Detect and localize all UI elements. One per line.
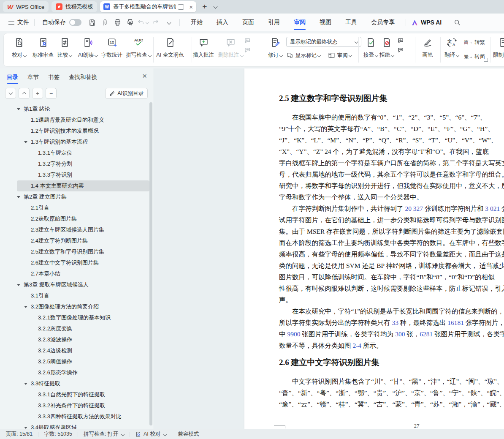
menu-tab[interactable]: 页面 bbox=[242, 14, 254, 31]
undo-button[interactable] bbox=[136, 17, 149, 28]
toc-item[interactable]: 3.2.4边缘检测 bbox=[17, 345, 149, 356]
redo-button[interactable] bbox=[149, 17, 162, 28]
toc-item[interactable]: 3.1引言 bbox=[17, 290, 149, 301]
insert-comment-button[interactable]: 插入批注 bbox=[190, 37, 217, 59]
file-menu[interactable]: 文件 bbox=[17, 19, 29, 26]
toc-item[interactable]: 3.2.2灰度变换 bbox=[17, 323, 149, 334]
tab-wps-office[interactable]: W WPS Office bbox=[3, 1, 49, 12]
next-change-icon[interactable] bbox=[398, 47, 404, 53]
previous-comment-icon[interactable] bbox=[244, 38, 251, 44]
menu-tab[interactable]: 引用 bbox=[268, 14, 280, 31]
toc-item[interactable]: 2.7本章小结 bbox=[17, 268, 149, 279]
toc-item[interactable]: 1.3.1车牌定位 bbox=[17, 147, 149, 158]
menu-tab[interactable]: 插入 bbox=[217, 14, 228, 31]
close-tab-icon[interactable]: × bbox=[189, 4, 193, 10]
ai-proofread-status[interactable]: AI 校对 bbox=[135, 431, 166, 438]
spellcheck-status[interactable]: 拼写检查: 打开 bbox=[84, 431, 124, 438]
sidebar-scrollbar[interactable] bbox=[149, 102, 152, 425]
toc-item[interactable]: 2.4建立字符判断图片集 bbox=[17, 235, 149, 246]
word-count-button[interactable]: 12 字数统计 bbox=[98, 37, 125, 59]
tab-document[interactable]: W 基于多模型融合的车牌智能识 × bbox=[100, 1, 196, 12]
ai-read-aloud-button[interactable]: AI朗读 bbox=[74, 37, 101, 59]
print-preview-button[interactable] bbox=[124, 17, 136, 28]
toc-item[interactable]: 3.2.3滤波操作 bbox=[17, 334, 149, 345]
toc-item[interactable]: 2.5建立数字和字母识别图片集 bbox=[17, 246, 149, 257]
menu-tab[interactable]: 开始 bbox=[191, 14, 203, 31]
zoom-out-button[interactable]: − bbox=[46, 88, 57, 99]
toc-item[interactable]: 3.2.1数字图像处理的基本知识 bbox=[17, 312, 149, 323]
toc-expander-icon[interactable] bbox=[24, 141, 31, 143]
menu-tab[interactable]: 审阅 bbox=[294, 14, 306, 31]
tab-bookmarks[interactable]: 书签 bbox=[48, 74, 60, 85]
menu-tab[interactable]: 工具 bbox=[345, 14, 357, 31]
close-pane-icon[interactable]: × bbox=[142, 72, 147, 80]
toc-expander-icon[interactable] bbox=[24, 427, 31, 429]
to-traditional-button[interactable]: 简→ 转繁 bbox=[464, 37, 485, 47]
toc-expander-icon[interactable] bbox=[24, 306, 31, 308]
toc-item[interactable]: 3.3.2补光条件下的特征提取 bbox=[17, 400, 149, 411]
next-comment-icon[interactable] bbox=[244, 47, 251, 53]
toc-expander-icon[interactable] bbox=[24, 383, 31, 385]
menu-tab[interactable]: 会员专享 bbox=[371, 14, 395, 31]
toc-item[interactable]: 3.2.6形态学操作 bbox=[17, 367, 149, 378]
reject-change-button[interactable]: 拒绝 bbox=[373, 37, 400, 59]
ai-polish-button[interactable]: AI 全文润色 bbox=[151, 37, 189, 59]
quick-toolbar-chevron-icon[interactable] bbox=[162, 17, 174, 28]
toc-item[interactable]: 2.2获取原始图片集 bbox=[17, 213, 149, 224]
zoom-in-button[interactable]: + bbox=[32, 88, 43, 99]
word-count-indicator[interactable]: 字数: 51035 bbox=[44, 431, 72, 438]
search-icon[interactable] bbox=[451, 17, 463, 28]
hamburger-menu-icon[interactable] bbox=[8, 20, 14, 25]
expand-group-icon[interactable] bbox=[484, 58, 488, 62]
new-tab-button[interactable]: + bbox=[202, 2, 207, 11]
toc-item[interactable]: 1.2车牌识别技术的发展概况 bbox=[17, 125, 149, 136]
toc-item[interactable]: 2.6建立中文字符识别图片集 bbox=[17, 257, 149, 268]
toc-item[interactable]: 2.3建立车牌区域候选人图片集 bbox=[17, 224, 149, 235]
markup-state-select[interactable]: 显示标记的最终状态 bbox=[286, 37, 361, 47]
toc-item[interactable]: 1.1课题背景及研究目的和意义 bbox=[17, 115, 149, 125]
toc-item[interactable]: 第1章 绪论 bbox=[17, 104, 149, 115]
toc-item[interactable]: 2.1引言 bbox=[17, 202, 149, 213]
tab-contents[interactable]: 目录 bbox=[7, 74, 18, 85]
review-pane-button[interactable]: 审阅 bbox=[328, 50, 352, 60]
track-changes-button[interactable]: 修订 bbox=[262, 37, 289, 59]
tab-find-replace[interactable]: 查找和替换 bbox=[69, 74, 98, 85]
toc-item[interactable]: 1.4 本文主要研究内容 bbox=[17, 180, 149, 191]
toc-item[interactable]: 第2章 建立图片集 bbox=[17, 191, 149, 202]
to-simplified-button[interactable]: 繁→ 转简 bbox=[464, 52, 485, 62]
print-button[interactable] bbox=[111, 17, 124, 28]
export-pdf-button[interactable] bbox=[98, 17, 111, 28]
collapse-all-button[interactable] bbox=[5, 88, 16, 99]
toc-item[interactable]: 第3章 提取车牌区域候选人 bbox=[17, 279, 149, 290]
toc-item[interactable]: 3.3.3四种特征提取方法的效果对比 bbox=[17, 411, 149, 422]
ai-recognize-toc-button[interactable]: AI识别目录 bbox=[105, 88, 148, 99]
wps-ai-button[interactable]: WPS AI bbox=[411, 19, 442, 26]
expand-all-button[interactable] bbox=[19, 88, 30, 99]
spell-check-button[interactable]: ABC 拼写检查 bbox=[125, 37, 152, 59]
translate-button[interactable]: 文A 翻译 bbox=[438, 37, 465, 59]
tab-list-chevron-icon[interactable] bbox=[212, 3, 217, 11]
save-button[interactable] bbox=[86, 17, 98, 28]
autosave-toggle[interactable] bbox=[69, 19, 81, 26]
tab-docer-templates[interactable]: 找稻壳模板 bbox=[51, 1, 97, 12]
show-markup-button[interactable]: 显示标记 bbox=[286, 50, 320, 60]
toc-expander-icon[interactable] bbox=[17, 196, 24, 198]
toc-item[interactable]: 3.2图像处理方法的简要介绍 bbox=[17, 301, 149, 312]
toc-item[interactable]: 3.3.1自然光照下的特征提取 bbox=[17, 389, 149, 400]
toc-item[interactable]: 3.3特征提取 bbox=[17, 378, 149, 389]
menu-tab[interactable]: 视图 bbox=[320, 14, 331, 31]
toc-expander-icon[interactable] bbox=[17, 108, 24, 110]
restrict-editing-button[interactable]: 限制编辑 bbox=[489, 37, 504, 59]
ink-brush-button[interactable]: 画笔 bbox=[414, 37, 441, 59]
toc-item[interactable]: 1.3.3字符识别 bbox=[17, 169, 149, 180]
toc-item[interactable]: 3.2.5阈值操作 bbox=[17, 356, 149, 367]
toc-item[interactable]: 3.4提取感兴趣区域 bbox=[17, 422, 149, 429]
toc-item[interactable]: 1.3车牌识别的基本流程 bbox=[17, 136, 149, 147]
delete-comment-button[interactable]: 删除批注 bbox=[217, 37, 244, 59]
proofread-button[interactable]: 校对 bbox=[5, 37, 33, 59]
document-page[interactable]: 2.5 建立数字和字母识别图片集 在我国车牌中的使用的数字有“0”、“1”、“2… bbox=[244, 68, 504, 429]
tab-chapters[interactable]: 章节 bbox=[27, 74, 39, 85]
previous-change-icon[interactable] bbox=[398, 38, 404, 44]
page-indicator[interactable]: 页面: 15/81 bbox=[6, 431, 33, 438]
toc-item[interactable]: 1.3.2字符分割 bbox=[17, 158, 149, 169]
